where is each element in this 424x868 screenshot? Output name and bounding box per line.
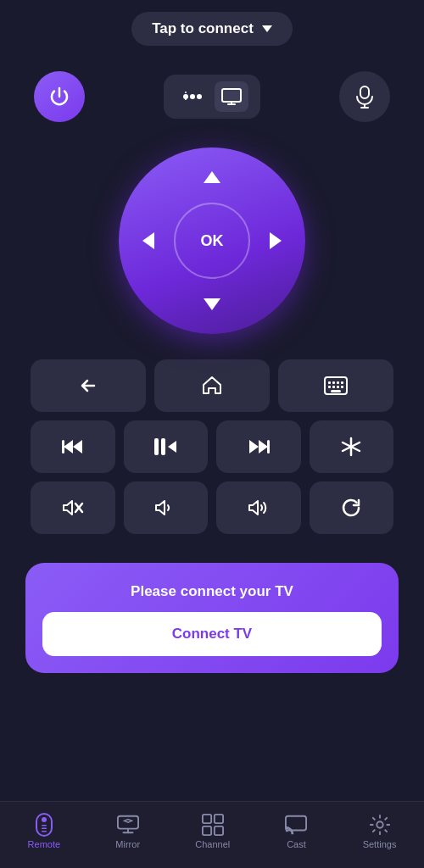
fast-forward-button[interactable] <box>216 420 301 473</box>
cast-icon <box>285 814 307 836</box>
buttons-grid <box>0 342 424 542</box>
connect-pill[interactable]: Tap to connect <box>131 12 293 46</box>
nav-label-remote: Remote <box>28 839 61 849</box>
volume-down-icon <box>154 498 176 517</box>
svg-point-2 <box>197 94 202 99</box>
chevron-down-icon <box>262 25 272 32</box>
keyboard-icon <box>324 376 348 395</box>
volume-up-button[interactable] <box>216 481 301 534</box>
home-icon <box>201 375 223 397</box>
microphone-button[interactable] <box>339 71 390 122</box>
ok-button[interactable]: OK <box>174 203 250 279</box>
channel-icon <box>202 814 224 836</box>
svg-point-1 <box>190 94 195 99</box>
top-bar: Tap to connect <box>0 0 424 56</box>
svg-rect-34 <box>203 826 211 835</box>
back-button[interactable] <box>31 359 146 412</box>
mirror-icon <box>117 814 139 836</box>
dpad-down-button[interactable] <box>191 283 233 326</box>
svg-rect-14 <box>337 386 339 388</box>
screen-button[interactable] <box>215 81 248 112</box>
svg-rect-8 <box>328 381 331 384</box>
svg-rect-17 <box>62 440 64 453</box>
svg-rect-33 <box>215 815 223 823</box>
dpad-right-button[interactable] <box>254 220 297 262</box>
dpad-up-button[interactable] <box>191 156 233 198</box>
power-button[interactable] <box>34 71 85 122</box>
asterisk-button[interactable] <box>310 420 394 473</box>
nav-item-settings[interactable]: Settings <box>353 810 407 853</box>
arrow-up-icon <box>204 171 220 183</box>
dpad: OK <box>119 147 305 334</box>
play-pause-button[interactable] <box>124 420 209 473</box>
buttons-row-2 <box>31 420 393 473</box>
svg-rect-30 <box>42 831 47 832</box>
mute-button[interactable] <box>31 481 115 534</box>
input-button[interactable] <box>176 81 209 112</box>
fast-forward-icon <box>248 438 270 455</box>
home-button[interactable] <box>154 359 270 412</box>
svg-rect-20 <box>267 440 270 453</box>
nav-item-mirror[interactable]: Mirror <box>105 810 150 853</box>
svg-rect-32 <box>203 815 211 823</box>
svg-rect-13 <box>332 386 335 388</box>
volume-up-icon <box>248 498 270 517</box>
keyboard-button[interactable] <box>278 359 393 412</box>
svg-rect-19 <box>161 438 165 455</box>
screen-icon <box>221 88 242 105</box>
nav-label-cast: Cast <box>287 839 306 849</box>
nav-label-mirror: Mirror <box>115 839 140 849</box>
svg-point-37 <box>377 821 382 827</box>
back-icon <box>78 377 98 394</box>
play-pause-icon <box>154 437 176 456</box>
replay-icon <box>340 497 362 519</box>
svg-rect-29 <box>42 828 47 830</box>
svg-rect-35 <box>215 826 223 835</box>
rewind-icon <box>62 438 84 455</box>
buttons-row-1 <box>31 359 393 412</box>
settings-icon <box>369 814 391 836</box>
nav-item-cast[interactable]: Cast <box>275 810 317 853</box>
remote-icon <box>33 814 55 836</box>
nav-label-channel: Channel <box>195 839 230 849</box>
arrow-down-icon <box>204 298 220 310</box>
top-controls <box>0 56 424 131</box>
replay-button[interactable] <box>310 481 394 534</box>
connect-section: Please connect your TV Connect TV <box>25 563 399 673</box>
power-icon <box>47 85 71 108</box>
dpad-left-button[interactable] <box>127 220 170 262</box>
svg-rect-11 <box>341 381 343 384</box>
nav-label-settings: Settings <box>363 839 397 849</box>
svg-rect-12 <box>328 386 331 388</box>
dpad-container: OK <box>0 131 424 342</box>
svg-rect-9 <box>332 381 335 384</box>
svg-rect-3 <box>222 89 241 102</box>
arrow-right-icon <box>270 232 282 249</box>
arrow-left-icon <box>142 232 154 249</box>
svg-rect-4 <box>360 86 369 98</box>
svg-rect-10 <box>337 381 339 384</box>
center-controls <box>164 75 260 119</box>
svg-rect-16 <box>331 390 341 392</box>
input-switch-icon <box>181 87 204 106</box>
nav-item-remote[interactable]: Remote <box>18 810 71 853</box>
volume-down-button[interactable] <box>124 481 209 534</box>
mute-icon <box>62 498 84 517</box>
svg-rect-28 <box>42 825 47 826</box>
connect-label: Tap to connect <box>152 20 254 37</box>
buttons-row-3 <box>31 481 393 534</box>
svg-rect-15 <box>341 386 343 388</box>
svg-point-27 <box>42 817 47 822</box>
svg-rect-18 <box>154 438 159 455</box>
connect-section-title: Please connect your TV <box>131 583 293 600</box>
bottom-nav: Remote Mirror Channel <box>0 801 424 868</box>
nav-item-channel[interactable]: Channel <box>185 810 240 853</box>
rewind-button[interactable] <box>31 420 115 473</box>
connect-tv-button[interactable]: Connect TV <box>42 612 382 656</box>
microphone-icon <box>354 85 375 108</box>
asterisk-icon <box>341 437 361 457</box>
